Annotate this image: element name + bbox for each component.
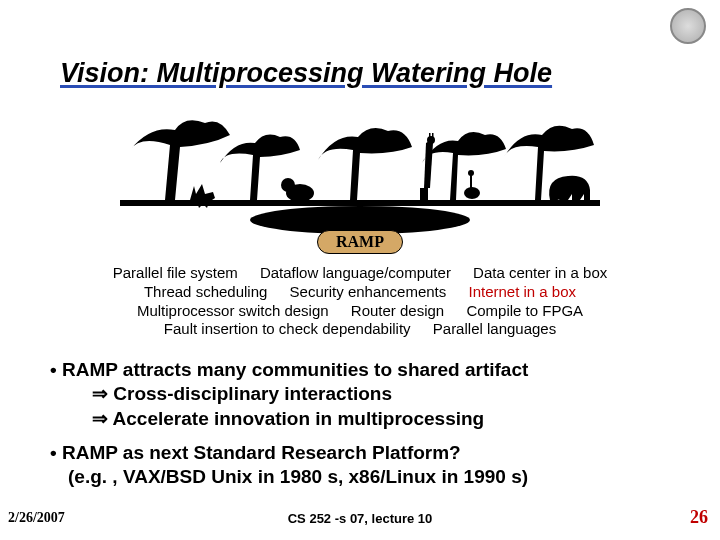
watering-hole-illustration [120, 105, 600, 235]
footer-page-number: 26 [690, 507, 708, 528]
topic: Data center in a box [473, 264, 607, 281]
svg-point-9 [468, 170, 474, 176]
topic: Compile to FPGA [466, 302, 583, 319]
svg-rect-5 [429, 133, 431, 138]
svg-rect-8 [470, 175, 472, 189]
footer-date: 2/26/2007 [8, 510, 65, 526]
topic: Fault insertion to check dependability [164, 320, 411, 337]
topic: Thread scheduling [144, 283, 267, 300]
bullet-sub: (e.g. , VAX/BSD Unix in 1980 s, x86/Linu… [50, 466, 528, 487]
bullet-sub: ⇒ Accelerate innovation in multiprocessi… [50, 408, 484, 429]
university-seal-icon [670, 8, 706, 44]
topic: Multiprocessor switch design [137, 302, 329, 319]
topic-highlight: Internet in a box [468, 283, 576, 300]
svg-point-3 [281, 178, 295, 192]
topic: Router design [351, 302, 444, 319]
topic: Parallel languages [433, 320, 556, 337]
svg-point-4 [427, 136, 435, 144]
topic: Security enhancements [290, 283, 447, 300]
svg-rect-0 [120, 200, 600, 206]
footer-course: CS 252 -s 07, lecture 10 [288, 511, 433, 526]
bullet-text: RAMP attracts many communities to shared… [62, 359, 528, 380]
slide-title: Vision: Multiprocessing Watering Hole [60, 58, 552, 89]
bullet-text: RAMP as next Standard Research Platform? [62, 442, 461, 463]
ramp-label: RAMP [317, 230, 403, 254]
bullet-sub: ⇒ Cross-disciplinary interactions [50, 383, 392, 404]
topic-cloud: Parallel file system Dataflow language/c… [0, 264, 720, 339]
svg-rect-6 [432, 133, 434, 138]
topic: Parallel file system [113, 264, 238, 281]
bullet-list: • RAMP attracts many communities to shar… [50, 358, 670, 500]
topic: Dataflow language/computer [260, 264, 451, 281]
